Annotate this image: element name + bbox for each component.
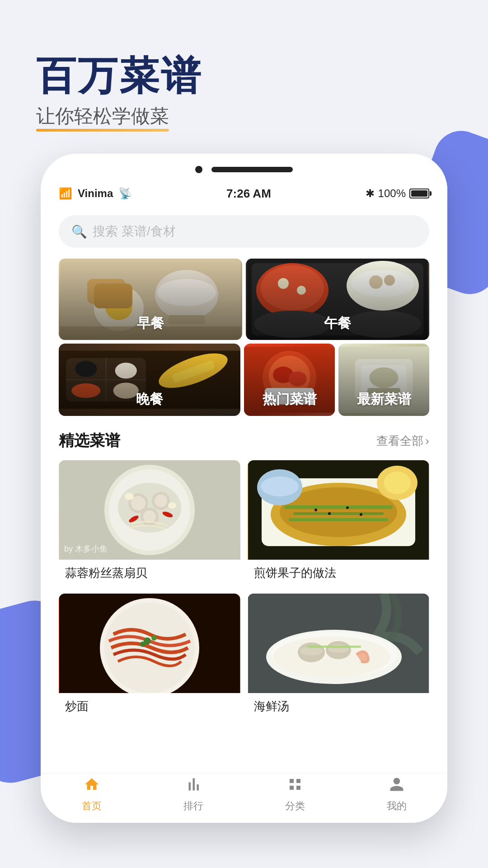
view-all-button[interactable]: 查看全部 › bbox=[376, 433, 429, 449]
chevron-right-icon: › bbox=[425, 434, 429, 448]
recipe-title-2: 炒面 bbox=[59, 693, 240, 720]
svg-rect-60 bbox=[284, 505, 393, 509]
phone-content: 🔍 搜索 菜谱/食材 bbox=[41, 206, 447, 720]
svg-point-68 bbox=[384, 472, 411, 494]
breakfast-label: 早餐 bbox=[137, 314, 164, 333]
carrier-name: Vinima bbox=[78, 187, 113, 200]
lunch-label: 午餐 bbox=[324, 314, 351, 333]
svg-rect-62 bbox=[289, 518, 388, 521]
recipe-svg-2 bbox=[59, 594, 240, 693]
phone-mockup: 📶 Vinima 📡 7:26 AM ✱ 100% 🔍 搜索 菜谱/食材 bbox=[41, 154, 447, 823]
phone-notch bbox=[41, 154, 447, 181]
recipe-title-3: 海鲜汤 bbox=[248, 693, 429, 720]
svg-point-47 bbox=[131, 496, 145, 510]
svg-point-66 bbox=[360, 513, 362, 516]
nav-item-mine[interactable]: 我的 bbox=[387, 776, 407, 813]
category-card-hot[interactable]: 热门菜谱 bbox=[244, 344, 335, 416]
header-area: 百万菜谱 让你轻松学做菜 bbox=[36, 54, 202, 129]
category-row-1: 早餐 bbox=[59, 259, 429, 340]
new-label: 最新菜谱 bbox=[357, 390, 411, 409]
search-icon: 🔍 bbox=[71, 224, 87, 239]
battery-percent: 100% bbox=[378, 187, 406, 200]
svg-point-64 bbox=[328, 512, 331, 515]
home-icon bbox=[84, 776, 100, 797]
nav-label-mine: 我的 bbox=[387, 799, 407, 813]
app-title: 百万菜谱 bbox=[36, 54, 202, 98]
status-bar: 📶 Vinima 📡 7:26 AM ✱ 100% bbox=[41, 181, 447, 206]
category-grid: 早餐 bbox=[59, 259, 429, 416]
featured-title: 精选菜谱 bbox=[59, 430, 120, 451]
recipe-image-3 bbox=[248, 594, 429, 693]
recipe-title-0: 蒜蓉粉丝蒸扇贝 bbox=[59, 560, 240, 586]
status-time: 7:26 AM bbox=[226, 187, 271, 201]
signal-icon: 📶 bbox=[59, 187, 72, 200]
grid-icon bbox=[287, 776, 303, 797]
recipe-card-2[interactable]: 炒面 bbox=[59, 594, 240, 720]
dinner-label: 晚餐 bbox=[136, 390, 163, 409]
recipe-card-0[interactable]: by 木多小鱼 蒜蓉粉丝蒸扇贝 bbox=[59, 460, 240, 586]
recipe-image-1 bbox=[248, 460, 429, 560]
app-subtitle: 让你轻松学做菜 bbox=[36, 104, 169, 129]
recipe-watermark-0: by 木多小鱼 bbox=[64, 543, 108, 554]
search-bar[interactable]: 🔍 搜索 菜谱/食材 bbox=[59, 215, 429, 248]
battery-fill bbox=[411, 190, 427, 197]
svg-point-65 bbox=[346, 506, 349, 509]
svg-point-63 bbox=[314, 509, 317, 511]
person-icon bbox=[389, 776, 405, 797]
search-input[interactable]: 搜索 菜谱/食材 bbox=[93, 223, 176, 240]
category-card-new[interactable]: 最新菜谱 bbox=[338, 344, 429, 416]
recipe-title-1: 煎饼果子的做法 bbox=[248, 560, 429, 586]
recipe-svg-1 bbox=[248, 460, 429, 560]
category-card-breakfast[interactable]: 早餐 bbox=[59, 259, 242, 340]
svg-point-86 bbox=[273, 637, 390, 677]
notch-bar bbox=[211, 167, 293, 172]
battery-icon bbox=[409, 189, 429, 198]
wifi-icon: 📡 bbox=[118, 187, 132, 200]
nav-item-rank[interactable]: 排行 bbox=[183, 776, 203, 813]
svg-point-49 bbox=[155, 495, 167, 507]
svg-point-54 bbox=[125, 493, 134, 500]
recipe-card-3[interactable]: 海鲜汤 bbox=[248, 594, 429, 720]
recipe-card-1[interactable]: 煎饼果子的做法 bbox=[248, 460, 429, 586]
view-all-label: 查看全部 bbox=[376, 433, 423, 449]
nav-item-category[interactable]: 分类 bbox=[285, 776, 305, 813]
svg-point-76 bbox=[140, 642, 145, 647]
featured-section-header: 精选菜谱 查看全部 › bbox=[59, 430, 429, 451]
category-card-dinner[interactable]: 晚餐 bbox=[59, 344, 240, 416]
bluetooth-icon: ✱ bbox=[366, 187, 375, 200]
notch-dot bbox=[195, 166, 202, 173]
svg-point-70 bbox=[261, 476, 299, 496]
category-row-2: 晚餐 bbox=[59, 344, 429, 416]
svg-point-75 bbox=[151, 635, 157, 641]
nav-label-home: 首页 bbox=[82, 799, 102, 813]
status-left: 📶 Vinima 📡 bbox=[59, 187, 132, 200]
status-right: ✱ 100% bbox=[366, 187, 429, 200]
recipe-image-0: by 木多小鱼 bbox=[59, 460, 240, 560]
recipe-image-2 bbox=[59, 594, 240, 693]
bar-chart-icon bbox=[185, 776, 202, 797]
bottom-nav: 首页 排行 分类 我的 bbox=[41, 773, 447, 823]
svg-rect-61 bbox=[293, 512, 384, 515]
recipe-svg-3 bbox=[248, 594, 429, 693]
category-card-lunch[interactable]: 午餐 bbox=[246, 259, 429, 340]
nav-item-home[interactable]: 首页 bbox=[82, 776, 102, 813]
hot-label: 热门菜谱 bbox=[263, 390, 317, 409]
svg-point-55 bbox=[168, 502, 176, 509]
nav-label-category: 分类 bbox=[285, 799, 305, 813]
recipe-grid: by 木多小鱼 蒜蓉粉丝蒸扇贝 bbox=[59, 460, 429, 720]
nav-label-rank: 排行 bbox=[183, 799, 203, 813]
